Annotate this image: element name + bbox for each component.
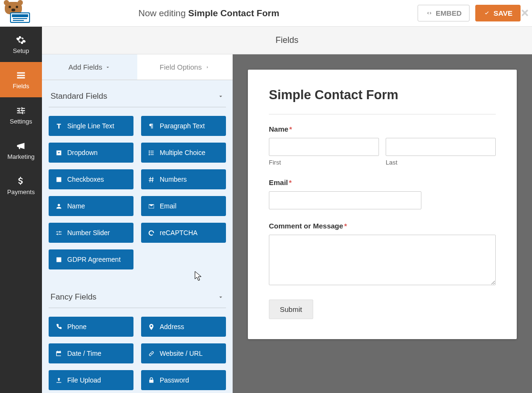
map-marker-icon xyxy=(148,323,155,331)
field-number-slider[interactable]: Number Slider xyxy=(49,223,133,243)
message-label: Comment or Message* xyxy=(269,222,496,230)
embed-button[interactable]: EMBED xyxy=(418,5,470,21)
sidebar: Setup Fields Settings Marketing Payments xyxy=(0,27,42,393)
editing-prefix: Now editing xyxy=(138,8,188,18)
field-file-upload[interactable]: File Upload xyxy=(49,370,133,390)
field-date-time[interactable]: Date / Time xyxy=(49,343,133,363)
recaptcha-icon xyxy=(148,229,155,237)
sidebar-item-setup[interactable]: Setup xyxy=(0,27,42,62)
check-square-icon xyxy=(55,256,62,263)
svg-rect-1 xyxy=(151,151,154,151)
tab-field-options[interactable]: Field Options xyxy=(137,54,233,80)
fields-panel-scroll[interactable]: Standard Fields Single Line Text Paragra… xyxy=(42,80,233,393)
field-recaptcha[interactable]: reCAPTCHA xyxy=(141,223,226,243)
field-name[interactable]: Name xyxy=(49,196,133,216)
chevron-down-icon xyxy=(217,93,224,100)
sidebar-item-fields[interactable]: Fields xyxy=(0,62,42,97)
link-icon xyxy=(148,350,155,357)
svg-point-0 xyxy=(149,150,150,152)
first-sublabel: First xyxy=(269,159,379,166)
field-row-name[interactable]: Name* First Last xyxy=(269,125,496,166)
tab-add-fields[interactable]: Add Fields xyxy=(42,54,137,80)
list-ul-icon xyxy=(148,149,155,156)
phone-icon xyxy=(55,323,62,331)
standard-fields-grid: Single Line Text Paragraph Text Dropdown… xyxy=(49,116,226,269)
check-icon xyxy=(483,10,491,17)
last-sublabel: Last xyxy=(386,159,496,166)
close-icon xyxy=(520,8,530,18)
email-input[interactable] xyxy=(269,191,421,209)
hashtag-icon xyxy=(148,176,155,183)
top-actions: EMBED SAVE xyxy=(418,5,521,21)
code-icon xyxy=(426,10,433,17)
calendar-icon xyxy=(55,350,62,357)
chevron-down-icon xyxy=(105,64,111,70)
section-fancy-fields[interactable]: Fancy Fields xyxy=(49,281,226,308)
app-logo xyxy=(3,0,31,26)
field-address[interactable]: Address xyxy=(141,317,226,337)
field-checkboxes[interactable]: Checkboxes xyxy=(49,169,133,189)
svg-point-2 xyxy=(149,152,150,154)
save-button[interactable]: SAVE xyxy=(475,5,521,21)
field-dropdown[interactable]: Dropdown xyxy=(49,143,133,163)
field-row-message[interactable]: Comment or Message* xyxy=(269,222,496,287)
form-card: Simple Contact Form Name* First Last Ema… xyxy=(248,70,517,339)
email-label: Email* xyxy=(269,178,496,186)
message-textarea[interactable] xyxy=(269,235,496,285)
dollar-icon xyxy=(16,176,26,186)
form-title: Simple Contact Form xyxy=(269,88,496,114)
svg-point-4 xyxy=(149,154,150,155)
check-square-icon xyxy=(55,176,62,183)
bullhorn-icon xyxy=(16,141,26,151)
sliders-h-icon xyxy=(55,229,62,237)
field-email[interactable]: Email xyxy=(141,196,226,216)
last-name-input[interactable] xyxy=(386,138,496,156)
caret-square-down-icon xyxy=(55,149,62,156)
page-title: Now editing Simple Contact Form xyxy=(0,8,418,19)
lock-icon xyxy=(148,377,155,384)
panel-tabs: Add Fields Field Options xyxy=(42,54,233,80)
svg-rect-5 xyxy=(151,154,154,155)
chevron-right-icon xyxy=(205,64,210,70)
sidebar-item-marketing[interactable]: Marketing xyxy=(0,133,42,168)
field-multiple-choice[interactable]: Multiple Choice xyxy=(141,143,226,163)
envelope-icon xyxy=(148,203,155,210)
user-icon xyxy=(55,203,62,210)
field-paragraph-text[interactable]: Paragraph Text xyxy=(141,116,226,136)
form-name: Simple Contact Form xyxy=(188,8,279,18)
upload-icon xyxy=(55,377,62,384)
sidebar-item-payments[interactable]: Payments xyxy=(0,168,42,203)
list-icon xyxy=(16,70,26,81)
form-preview: Simple Contact Form Name* First Last Ema… xyxy=(233,54,532,393)
gear-icon xyxy=(16,35,26,45)
field-numbers[interactable]: Numbers xyxy=(141,169,226,189)
fields-panel: Add Fields Field Options Standard Fields… xyxy=(42,54,233,393)
field-website-url[interactable]: Website / URL xyxy=(141,343,226,363)
field-phone[interactable]: Phone xyxy=(49,317,133,337)
top-bar: Now editing Simple Contact Form EMBED SA… xyxy=(0,0,532,27)
field-row-email[interactable]: Email* xyxy=(269,178,496,209)
field-gdpr[interactable]: GDPR Agreement xyxy=(49,249,133,269)
close-button[interactable] xyxy=(520,8,530,18)
sidebar-item-settings[interactable]: Settings xyxy=(0,97,42,133)
first-name-input[interactable] xyxy=(269,138,379,156)
field-single-line-text[interactable]: Single Line Text xyxy=(49,116,133,136)
section-header: Fields xyxy=(42,27,532,54)
svg-rect-3 xyxy=(151,152,154,153)
section-standard-fields[interactable]: Standard Fields xyxy=(49,80,226,107)
sliders-icon xyxy=(16,105,26,116)
builder-area: Add Fields Field Options Standard Fields… xyxy=(42,54,532,393)
submit-button[interactable]: Submit xyxy=(269,300,313,319)
name-label: Name* xyxy=(269,125,496,133)
fancy-fields-grid: Phone Address Date / Time Website / URL … xyxy=(49,317,226,390)
field-password[interactable]: Password xyxy=(141,370,226,390)
text-icon xyxy=(55,123,62,130)
paragraph-icon xyxy=(148,123,155,130)
chevron-down-icon xyxy=(217,294,224,300)
